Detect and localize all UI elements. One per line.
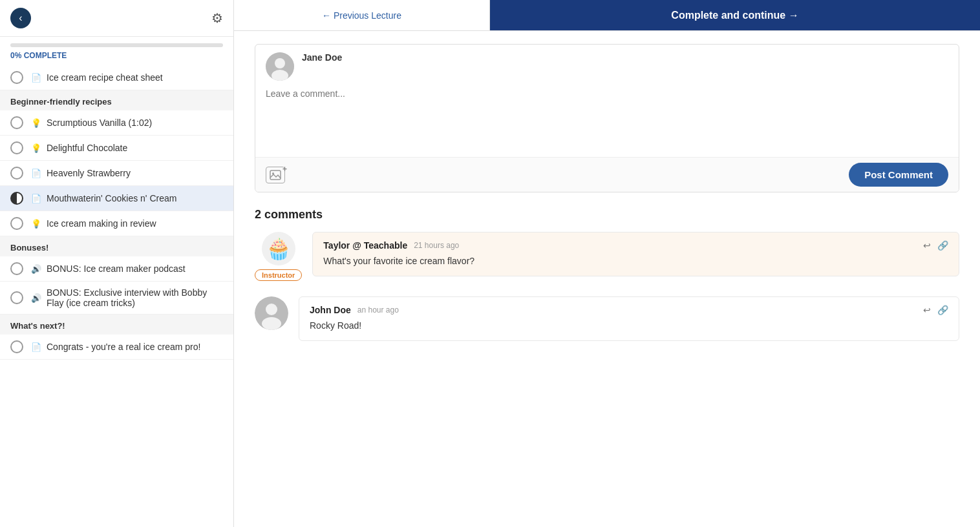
doc-icon-4: 📄: [31, 342, 41, 352]
progress-area: 0% COMPLETE: [0, 37, 233, 65]
comment-avatar-2: [255, 296, 288, 330]
section-title-beginner: Beginner-friendly recipes: [0, 90, 233, 110]
comments-count: 2 comments: [255, 208, 959, 222]
sidebar-standalone-section: 📄 Ice cream recipe cheat sheet: [0, 65, 233, 90]
comment-input[interactable]: [255, 83, 959, 154]
link-button-2[interactable]: 🔗: [937, 305, 948, 315]
check-circle: [10, 71, 23, 84]
svg-rect-3: [270, 170, 281, 180]
progress-bar-track: [10, 43, 223, 47]
complete-continue-button[interactable]: Complete and continue →: [490, 0, 980, 30]
check-circle-podcast: [10, 262, 23, 275]
comment-form: Jane Doe + Post Comment: [255, 44, 959, 192]
reply-button-2[interactable]: ↩: [923, 305, 931, 315]
svg-point-7: [262, 317, 281, 330]
sidebar-item-label: Heavenly Strawberry: [47, 168, 131, 178]
reply-button-1[interactable]: ↩: [923, 240, 931, 251]
top-nav: ← Previous Lecture Complete and continue…: [234, 0, 980, 31]
user-avatar: [266, 52, 294, 81]
sidebar-item-label: Ice cream making in review: [47, 218, 156, 229]
back-button[interactable]: ‹: [10, 8, 31, 28]
comment-avatar-1: 🧁: [262, 232, 295, 265]
prev-lecture-label: ← Previous Lecture: [322, 10, 401, 21]
svg-point-1: [275, 58, 285, 68]
doc-icon-2: 📄: [31, 169, 41, 178]
section-whats-next: What's next?! 📄 Congrats - you're a real…: [0, 315, 233, 360]
sidebar-item-label: Ice cream recipe cheat sheet: [47, 72, 163, 83]
image-upload-button[interactable]: +: [266, 167, 285, 183]
check-circle-congrats: [10, 340, 23, 353]
comment-author-2: John Doe: [310, 305, 351, 315]
check-circle-interview: [10, 291, 23, 304]
post-comment-label: Post Comment: [864, 169, 933, 180]
settings-button[interactable]: ⚙: [211, 10, 223, 26]
comment-author-1: Taylor @ Teachable: [323, 240, 407, 251]
comment-body-2: John Doe an hour ago ↩ 🔗 Rocky Road!: [299, 296, 959, 341]
sidebar-item-cheat-sheet[interactable]: 📄 Ice cream recipe cheat sheet: [0, 65, 233, 90]
section-bonuses: Bonuses! 🔊 BONUS: Ice cream maker podcas…: [0, 236, 233, 315]
comment-time-2: an hour ago: [357, 305, 399, 315]
sidebar-item-chocolate[interactable]: 💡 Delightful Chocolate: [0, 136, 233, 161]
sidebar-item-label: Scrumptious Vanilla (1:02): [47, 118, 152, 128]
sidebar-item-label: Congrats - you're a real ice cream pro!: [47, 342, 200, 352]
comment-thread-2: John Doe an hour ago ↩ 🔗 Rocky Road!: [255, 296, 959, 341]
sidebar-item-label: Delightful Chocolate: [47, 143, 127, 153]
check-circle-cookies: [10, 192, 23, 205]
doc-icon-3: 📄: [31, 194, 41, 203]
check-circle-chocolate: [10, 141, 23, 154]
check-circle-vanilla: [10, 116, 23, 129]
comment-body-1: Taylor @ Teachable 21 hours ago ↩ 🔗 What…: [312, 232, 959, 276]
section-beginner: Beginner-friendly recipes 💡 Scrumptious …: [0, 90, 233, 236]
comment-meta-1: Taylor @ Teachable 21 hours ago ↩ 🔗: [323, 240, 948, 251]
progress-percent: 0%: [10, 51, 21, 60]
complete-continue-label: Complete and continue →: [671, 10, 798, 21]
check-circle-strawberry: [10, 167, 23, 180]
comment-actions-1: ↩ 🔗: [923, 240, 948, 251]
comment-toolbar: + Post Comment: [255, 157, 959, 192]
bulb-icon-2: 💡: [31, 143, 41, 153]
progress-complete-text: COMPLETE: [24, 51, 67, 60]
comment-time-1: 21 hours ago: [414, 241, 459, 250]
sidebar-item-cookies[interactable]: 📄 Mouthwaterin' Cookies n' Cream: [0, 186, 233, 211]
bulb-icon: 💡: [31, 118, 41, 128]
sidebar-item-label: BONUS: Exclusive interview with Bobby Fl…: [47, 287, 223, 308]
sidebar-header: ‹ ⚙: [0, 0, 233, 37]
sidebar-item-interview[interactable]: 🔊 BONUS: Exclusive interview with Bobby …: [0, 282, 233, 315]
prev-lecture-button[interactable]: ← Previous Lecture: [234, 0, 490, 30]
comment-author-name: Jane Doe: [302, 52, 342, 63]
check-circle-review: [10, 217, 23, 230]
comment-actions-2: ↩ 🔗: [923, 305, 948, 315]
audio-icon-2: 🔊: [31, 293, 41, 303]
sidebar: ‹ ⚙ 0% COMPLETE 📄 Ice cream recipe cheat…: [0, 0, 234, 527]
sidebar-item-vanilla[interactable]: 💡 Scrumptious Vanilla (1:02): [0, 110, 233, 136]
comment-text-2: Rocky Road!: [310, 319, 948, 333]
sidebar-item-strawberry[interactable]: 📄 Heavenly Strawberry: [0, 161, 233, 186]
sidebar-item-congrats[interactable]: 📄 Congrats - you're a real ice cream pro…: [0, 335, 233, 360]
section-title-whats-next: What's next?!: [0, 315, 233, 335]
main-content: ← Previous Lecture Complete and continue…: [234, 0, 980, 527]
sidebar-item-review[interactable]: 💡 Ice cream making in review: [0, 211, 233, 236]
sidebar-item-label: Mouthwaterin' Cookies n' Cream: [47, 193, 176, 203]
sidebar-item-podcast[interactable]: 🔊 BONUS: Ice cream maker podcast: [0, 256, 233, 282]
comment-text-1: What's your favorite ice cream flavor?: [323, 254, 948, 268]
link-button-1[interactable]: 🔗: [937, 240, 948, 251]
post-comment-button[interactable]: Post Comment: [849, 163, 948, 187]
progress-label: 0% COMPLETE: [10, 51, 67, 60]
comment-thread-1: 🧁 Instructor Taylor @ Teachable 21 hours…: [255, 232, 959, 281]
section-title-bonuses: Bonuses!: [0, 236, 233, 256]
svg-point-6: [266, 304, 277, 315]
content-area: Jane Doe + Post Comment 2 comme: [234, 31, 980, 527]
comment-form-header: Jane Doe: [255, 45, 959, 83]
instructor-badge: Instructor: [255, 269, 302, 281]
sidebar-item-label: BONUS: Ice cream maker podcast: [47, 264, 186, 274]
audio-icon: 🔊: [31, 264, 41, 274]
bulb-icon-3: 💡: [31, 219, 41, 229]
comment-meta-2: John Doe an hour ago ↩ 🔗: [310, 305, 948, 315]
doc-icon: 📄: [31, 73, 41, 83]
